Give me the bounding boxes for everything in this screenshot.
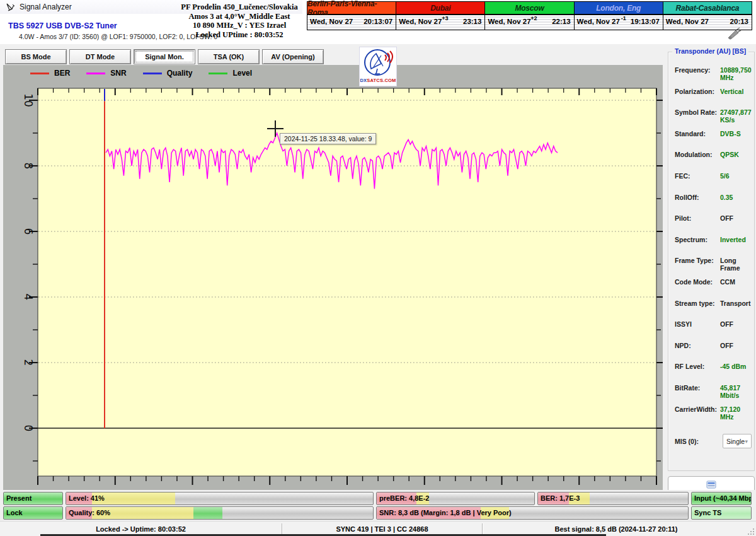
clock-city: Moscow bbox=[485, 2, 573, 15]
clock-cell: London, EngWed, Nov 27-119:13:07 bbox=[574, 1, 663, 30]
transponder-row: Frequency:10889,750 MHz bbox=[675, 66, 752, 88]
top-header-area: Signal Analyzer TBS 5927 USB DVB-S2 Tune… bbox=[0, 0, 756, 44]
transponder-value: CCM bbox=[720, 278, 735, 286]
transponder-label: NPD: bbox=[675, 342, 720, 349]
chevron-down-icon: ▾ bbox=[745, 438, 748, 445]
legend-line bbox=[209, 73, 227, 74]
transponder-label: Stream type: bbox=[675, 300, 720, 307]
transponder-row: Frame Type:Long Frame bbox=[675, 257, 752, 278]
transponder-label: Standard: bbox=[675, 130, 720, 137]
clock-city: Dubai bbox=[396, 2, 484, 15]
transponder-value: DVB-S bbox=[720, 130, 741, 137]
bar-label: BER: 1,7E-3 bbox=[541, 494, 580, 502]
mis-value: Single bbox=[726, 438, 745, 445]
chart-legend: BERSNRQualityLevel bbox=[30, 69, 252, 78]
bar-label: Present bbox=[6, 494, 32, 502]
legend-label: BER bbox=[54, 69, 70, 78]
clock-day: Wed, Nov 27 bbox=[577, 18, 620, 25]
clock-city: London, Eng bbox=[575, 2, 663, 15]
stream-list-icon bbox=[706, 481, 716, 489]
clock-day: Wed, Nov 27 bbox=[399, 18, 442, 25]
transponder-title: Transponder (AU) [BS] bbox=[672, 47, 748, 55]
dxsatcs-dish-art bbox=[362, 47, 394, 78]
app-dish-icon bbox=[6, 3, 16, 11]
transponder-label: Modulation: bbox=[675, 151, 720, 158]
transponder-label: FEC: bbox=[675, 172, 720, 180]
transponder-row: RollOff:0.35 bbox=[675, 194, 752, 215]
transponder-row: Pilot:OFF bbox=[675, 214, 752, 236]
bar-segment-green bbox=[193, 507, 222, 519]
bar-label: Lock bbox=[6, 509, 23, 516]
bar-label: SNR: 8,3 dB (Margin: 1,8 dB | Very Poor) bbox=[379, 509, 512, 516]
legend-label: Quality bbox=[167, 69, 193, 78]
site-info-line: Locked UPtime : 80:03:52 bbox=[171, 30, 307, 40]
tab-av-opening-[interactable]: AV (Opening) bbox=[262, 49, 324, 64]
transponder-value: 27497,877 KS/s bbox=[720, 108, 752, 124]
progress-bar-quality: Quality: 60% bbox=[66, 506, 374, 520]
resize-grip[interactable] bbox=[747, 528, 755, 535]
legend-item-level: Level bbox=[209, 69, 252, 78]
clock-time: 23:13 bbox=[463, 18, 481, 25]
transponder-row: FEC:5/6 bbox=[675, 172, 752, 194]
transponder-value: QPSK bbox=[720, 151, 739, 158]
transponder-row: NPD:OFF bbox=[675, 342, 752, 363]
legend-label: Level bbox=[232, 69, 252, 78]
tab-tsa-ok-[interactable]: TSA (OK) bbox=[198, 49, 260, 64]
dxsatcs-logo: DXSATCS.COM bbox=[359, 47, 397, 86]
plot-area[interactable] bbox=[38, 88, 656, 476]
transponder-value: Long Frame bbox=[720, 257, 752, 272]
transponder-value: 0.35 bbox=[720, 194, 733, 201]
progress-bar-level: Level: 41% bbox=[66, 492, 374, 505]
transponder-value: Transport bbox=[720, 300, 750, 307]
transponder-label: Spectrum: bbox=[675, 236, 720, 243]
site-info-line: 10 890 MHz_V : YES Izrael bbox=[171, 21, 307, 30]
clock-cell: MoscowWed, Nov 27+222:13 bbox=[484, 1, 574, 30]
dxsatcs-logo-text: DXSATCS.COM bbox=[360, 78, 396, 83]
y-axis-label: 2 bbox=[21, 354, 35, 371]
clock-time: 20:13:07 bbox=[364, 18, 392, 25]
legend-item-ber: BER bbox=[30, 69, 70, 78]
clock-utc-offset: -1 bbox=[621, 15, 626, 21]
bar-label: Level: 41% bbox=[69, 494, 105, 502]
site-info-line: PF Prodelin 450_Lučenec/Slovakia bbox=[171, 3, 307, 12]
transponder-label: Polarization: bbox=[675, 88, 720, 95]
clocks-widget-icon[interactable] bbox=[726, 26, 742, 40]
clock-time: 20:13 bbox=[730, 18, 748, 25]
progress-bar-input-40-34-mbps-: Input (~40,34 Mbps) bbox=[691, 492, 752, 505]
transponder-row: Stream type:Transport bbox=[675, 300, 752, 321]
clock-time-row: Wed, Nov 27-119:13:07 bbox=[575, 15, 663, 30]
clock-time-row: Wed, Nov 27+323:13 bbox=[396, 15, 484, 30]
transponder-groupbox: Transponder (AU) [BS] Frequency:10889,75… bbox=[668, 52, 755, 471]
clock-utc-offset: +3 bbox=[442, 15, 448, 21]
chart-tooltip: 2024-11-25 18.33.48, value: 9 bbox=[280, 133, 376, 144]
progress-bar-present: Present bbox=[3, 492, 63, 505]
progress-bar-snr: SNR: 8,3 dB (Margin: 1,8 dB | Very Poor) bbox=[376, 506, 689, 520]
transponder-value: -45 dBm bbox=[720, 363, 746, 370]
signal-analyzer-window: Signal Analyzer TBS 5927 USB DVB-S2 Tune… bbox=[0, 0, 756, 536]
transponder-row: Spectrum:Inverted bbox=[675, 236, 752, 257]
transponder-label: Code Mode: bbox=[675, 278, 720, 286]
clock-day: Wed, Nov 27 bbox=[310, 18, 353, 25]
legend-label: SNR bbox=[110, 69, 126, 78]
transponder-row: CarrierWidth:37,120 MHz bbox=[675, 405, 752, 427]
site-info-line: Amos 3 at 4,0°W_Middle East bbox=[171, 12, 307, 21]
transponder-value: 10889,750 MHz bbox=[720, 66, 752, 81]
transponder-row: Standard:DVB-S bbox=[675, 130, 752, 151]
clock-time: 22:13 bbox=[552, 18, 570, 25]
transponder-label: Symbol Rate: bbox=[675, 108, 720, 116]
window-title: Signal Analyzer bbox=[20, 3, 72, 11]
transponder-value: OFF bbox=[720, 342, 733, 349]
bar-segment-yellow bbox=[92, 492, 175, 504]
clock-time-row: Wed, Nov 2720:13:07 bbox=[307, 15, 396, 30]
clock-time: 19:13:07 bbox=[631, 18, 660, 25]
legend-line bbox=[30, 73, 49, 74]
tab-signal-mon-[interactable]: Signal Mon. bbox=[134, 49, 195, 64]
tab-bs-mode[interactable]: BS Mode bbox=[5, 49, 67, 64]
y-axis-label: 4 bbox=[21, 289, 35, 305]
mis-select[interactable]: Single▾ bbox=[723, 434, 752, 448]
transponder-label: BitRate: bbox=[675, 384, 720, 392]
legend-item-snr: SNR bbox=[86, 69, 126, 78]
bar-label: preBER: 4,8E-2 bbox=[379, 494, 429, 502]
tab-dt-mode[interactable]: DT Mode bbox=[69, 49, 131, 64]
transponder-value: 37,120 MHz bbox=[720, 405, 752, 421]
